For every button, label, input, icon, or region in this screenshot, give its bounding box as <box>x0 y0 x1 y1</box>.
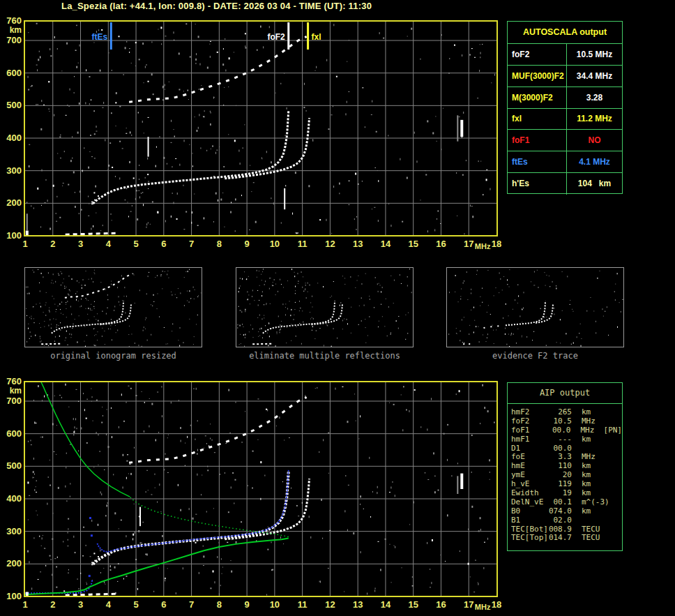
ftEs-marker-label: ftEs <box>92 32 108 42</box>
parameter-label: M(3000)F2 <box>508 87 567 108</box>
parameter-label: B0 <box>511 507 547 516</box>
x-tick-label: 3 <box>78 599 83 610</box>
aip-row: hmF1---km <box>511 435 622 444</box>
aip-row: DelN_vE00.1m^(-3) <box>511 498 622 507</box>
ionogram-plot: ftEsfoF2fxl123456789101112131415161718MH… <box>0 14 506 258</box>
y-tick-label: 400 <box>6 133 22 143</box>
aip-row: TEC[Top]014.7TECU <box>511 534 622 543</box>
x-tick-label: 4 <box>106 239 112 249</box>
thumbnail-caption: evidence F2 trace <box>446 351 624 361</box>
x-tick-label: 6 <box>161 239 166 249</box>
y-tick-label: 400 <box>6 493 22 504</box>
x-tick-label: 4 <box>106 599 112 610</box>
y-tick-label: 500 <box>6 100 22 110</box>
parameter-label: foF2 <box>511 417 547 426</box>
parameter-value: 00.1 <box>547 498 572 507</box>
y-tick-label: 300 <box>6 165 22 176</box>
y-tick-label: 100 <box>6 230 22 241</box>
autoscala-row: h'Es104 km <box>508 173 622 195</box>
parameter-value: 10.5 MHz <box>567 50 622 59</box>
y-tick-label: 760 <box>6 15 22 26</box>
thumbnail-multiple-reflections <box>236 267 414 347</box>
y-tick-label: 200 <box>6 197 22 208</box>
x-tick-label: 18 <box>492 599 501 610</box>
x-tick-label: 18 <box>492 239 501 249</box>
autoscala-row: ftEs4.1 MHz <box>508 151 622 173</box>
parameter-label: h'Es <box>508 173 567 195</box>
parameter-unit: TECU <box>582 534 600 543</box>
parameter-label: ftEs <box>508 151 567 172</box>
y-tick-label: 760 <box>6 376 22 386</box>
parameter-label: foF1 <box>508 130 567 151</box>
top-ionogram-chart: ftEsfoF2fxl123456789101112131415161718MH… <box>0 14 506 258</box>
thumbnail-plot <box>446 267 624 347</box>
parameter-value: 19 <box>547 489 572 498</box>
parameter-label: TEC[Top] <box>511 534 547 543</box>
x-tick-label: 15 <box>408 239 418 249</box>
y-tick-label: 700 <box>6 396 22 406</box>
parameter-label: foF1 <box>511 426 547 435</box>
autoscala-row: fxl11.2 MHz <box>508 109 622 130</box>
x-tick-label: 9 <box>245 239 250 249</box>
autoscala-table-title: AUTOSCALA output <box>508 22 622 44</box>
parameter-unit: km <box>582 489 591 498</box>
x-tick-label: 13 <box>353 599 363 610</box>
parameter-label: foF2 <box>508 44 567 65</box>
parameter-value: 00.0 <box>547 426 570 435</box>
parameter-label: hmF2 <box>511 408 547 417</box>
y-tick-label: 200 <box>6 558 22 569</box>
x-axis-unit: MHz <box>475 603 491 611</box>
parameter-value: 014.7 <box>547 534 572 543</box>
parameter-value: 11.2 MHz <box>567 114 622 123</box>
parameter-value: 10.5 <box>547 417 572 426</box>
x-tick-label: 12 <box>325 239 335 249</box>
parameter-label: fxl <box>508 109 567 130</box>
fxl-marker-label: fxl <box>312 32 321 42</box>
thumbnail-caption: original ionogram resized <box>24 351 202 361</box>
x-tick-label: 8 <box>217 599 222 610</box>
x-tick-label: 5 <box>133 239 138 249</box>
parameter-unit: MHz <box>582 417 596 426</box>
x-tick-label: 3 <box>78 239 83 249</box>
y-axis-unit: km <box>10 25 22 35</box>
parameter-unit: km <box>582 408 591 417</box>
autoscala-row: foF1NO <box>508 130 622 151</box>
x-tick-label: 2 <box>50 239 55 249</box>
x-tick-label: 11 <box>298 599 308 610</box>
y-tick-label: 600 <box>6 68 22 78</box>
x-tick-label: 12 <box>325 599 335 610</box>
autoscala-row: MUF(3000)F234.4 MHz <box>508 66 622 87</box>
parameter-value: 02.0 <box>547 516 572 525</box>
profile-plot: 123456789101112131415161718MHz7607006005… <box>0 375 506 616</box>
aip-table-title: AIP output <box>508 383 622 404</box>
parameter-value: 265 <box>547 408 572 417</box>
parameter-unit: km <box>582 435 591 444</box>
x-tick-label: 1 <box>22 239 27 249</box>
thumbnail-plot <box>24 267 202 347</box>
x-tick-label: 11 <box>298 239 308 249</box>
y-tick-label: 100 <box>6 591 22 601</box>
bottom-profile-chart: 123456789101112131415161718MHz7607006005… <box>0 375 506 616</box>
x-tick-label: 16 <box>436 599 446 610</box>
x-tick-label: 5 <box>133 599 138 610</box>
parameter-value: 3.28 <box>567 93 622 103</box>
aip-row: B0074.0km <box>511 507 622 516</box>
parameter-value: 074.0 <box>547 507 572 516</box>
thumbnail-caption: eliminate multiple reflections <box>236 351 414 361</box>
x-tick-label: 9 <box>245 599 250 610</box>
x-tick-label: 10 <box>270 599 280 610</box>
parameter-value: 104 km <box>567 179 622 188</box>
x-tick-label: 2 <box>50 599 55 610</box>
y-axis-unit: km <box>10 386 22 396</box>
x-tick-label: 14 <box>381 239 391 249</box>
x-tick-label: 7 <box>189 239 194 249</box>
autoscala-app-window: La_Spezia (lat: +44.1, lon: 009.8) - DAT… <box>0 0 675 616</box>
x-tick-label: 10 <box>270 239 280 249</box>
parameter-label: DelN_vE <box>511 498 547 507</box>
parameter-label: hmF1 <box>511 435 547 444</box>
x-tick-label: 16 <box>436 239 446 249</box>
parameter-unit: m^(-3) <box>582 498 609 507</box>
x-tick-label: 14 <box>381 599 391 610</box>
parameter-value: 4.1 MHz <box>567 157 622 167</box>
aip-row: foF100.0MHz [PN] <box>511 426 622 435</box>
